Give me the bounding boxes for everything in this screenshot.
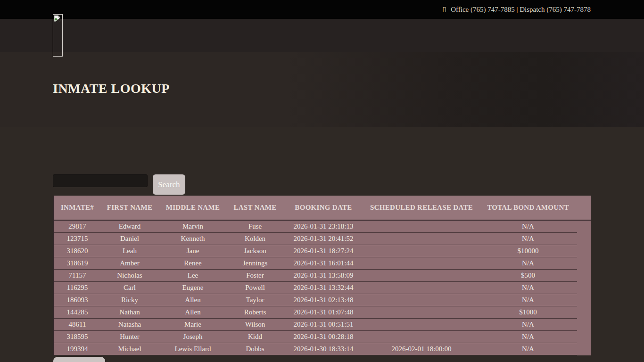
column-header: INMATE#: [54, 196, 101, 220]
table-cell: Taylor: [227, 294, 283, 306]
table-header-row: INMATE#FIRST NAMEMIDDLE NAMELAST NAMEBOO…: [54, 196, 577, 220]
table-cell: Roberts: [227, 306, 283, 319]
table-cell: 199394: [54, 343, 101, 355]
table-cell: 2026-01-31 00:28:18: [283, 331, 364, 343]
table-cell: [364, 257, 479, 270]
table-cell: Hunter: [101, 331, 158, 343]
table-cell: 2026-01-31 00:51:51: [283, 319, 364, 331]
inmate-table-container: INMATE#FIRST NAMEMIDDLE NAMELAST NAMEBOO…: [53, 196, 591, 355]
table-cell: Jennings: [227, 257, 283, 270]
table-cell: Carl: [101, 282, 158, 294]
table-cell: N/A: [479, 257, 577, 270]
search-input[interactable]: [53, 174, 148, 187]
table-cell: Natasha: [101, 319, 158, 331]
site-logo[interactable]: [53, 14, 63, 57]
table-row[interactable]: 318620LeahJaneJackson2026-01-31 18:27:24…: [54, 245, 577, 257]
table-cell: Marvin: [158, 220, 227, 233]
column-header: BOOKING DATE: [283, 196, 364, 220]
table-row[interactable]: 71157NicholasLeeFoster2026-01-31 13:58:0…: [54, 270, 577, 282]
table-cell: Michael: [101, 343, 158, 355]
table-body: 29817EdwardMarvinFuse2026-01-31 23:18:13…: [54, 220, 577, 355]
table-cell: N/A: [479, 233, 577, 245]
table-cell: 2026-01-31 16:01:44: [283, 257, 364, 270]
table-cell: Kenneth: [158, 233, 227, 245]
table-cell: Eugene: [158, 282, 227, 294]
table-cell: Joseph: [158, 331, 227, 343]
table-cell: 2026-01-31 02:13:48: [283, 294, 364, 306]
table-cell: Lee: [158, 270, 227, 282]
table-cell: [364, 220, 479, 233]
table-cell: Daniel: [101, 233, 158, 245]
table-cell: 2026-01-31 01:07:48: [283, 306, 364, 319]
table-cell: Ricky: [101, 294, 158, 306]
inmate-table: INMATE#FIRST NAMEMIDDLE NAMELAST NAMEBOO…: [54, 196, 577, 355]
table-cell: 318620: [54, 245, 101, 257]
table-cell: [364, 282, 479, 294]
table-cell: Amber: [101, 257, 158, 270]
table-cell: Fuse: [227, 220, 283, 233]
table-cell: Powell: [227, 282, 283, 294]
table-cell: Lewis Ellard: [158, 343, 227, 355]
table-cell: 2026-02-01 18:00:00: [364, 343, 479, 355]
table-row[interactable]: 144285NathanAllenRoberts2026-01-31 01:07…: [54, 306, 577, 319]
table-cell: 318595: [54, 331, 101, 343]
table-cell: 318619: [54, 257, 101, 270]
table-cell: $500: [479, 270, 577, 282]
table-cell: Dobbs: [227, 343, 283, 355]
table-cell: Nathan: [101, 306, 158, 319]
table-cell: 48611: [54, 319, 101, 331]
table-cell: 186093: [54, 294, 101, 306]
table-row[interactable]: 116295CarlEugenePowell2026-01-31 13:32:4…: [54, 282, 577, 294]
column-header: SCHEDULED RELEASE DATE: [364, 196, 479, 220]
table-cell: $10000: [479, 245, 577, 257]
table-cell: [364, 270, 479, 282]
table-cell: 144285: [54, 306, 101, 319]
table-cell: N/A: [479, 282, 577, 294]
table-cell: 2026-01-31 18:27:24: [283, 245, 364, 257]
table-cell: Kolden: [227, 233, 283, 245]
pagination-next-button[interactable]: Next: [53, 357, 105, 362]
table-cell: 123715: [54, 233, 101, 245]
table-cell: 2026-01-30 18:33:14: [283, 343, 364, 355]
table-cell: N/A: [479, 294, 577, 306]
table-cell: [364, 294, 479, 306]
table-cell: Jane: [158, 245, 227, 257]
table-cell: [364, 319, 479, 331]
table-cell: [364, 306, 479, 319]
table-row[interactable]: 186093RickyAllenTaylor2026-01-31 02:13:4…: [54, 294, 577, 306]
table-cell: Leah: [101, 245, 158, 257]
table-cell: $1000: [479, 306, 577, 319]
table-cell: [364, 233, 479, 245]
topbar: ▯Office (765) 747-7885 | Dispatch (765) …: [0, 0, 644, 19]
table-row[interactable]: 199394MichaelLewis EllardDobbs2026-01-30…: [54, 343, 577, 355]
table-cell: Nicholas: [101, 270, 158, 282]
table-cell: Wilson: [227, 319, 283, 331]
table-row[interactable]: 318619AmberReneeJennings2026-01-31 16:01…: [54, 257, 577, 270]
table-cell: 71157: [54, 270, 101, 282]
table-cell: Foster: [227, 270, 283, 282]
table-cell: 2026-01-31 13:32:44: [283, 282, 364, 294]
table-cell: 116295: [54, 282, 101, 294]
column-header: TOTAL BOND AMOUNT: [479, 196, 577, 220]
column-header: MIDDLE NAME: [158, 196, 227, 220]
table-row[interactable]: 29817EdwardMarvinFuse2026-01-31 23:18:13…: [54, 220, 577, 233]
table-cell: Edward: [101, 220, 158, 233]
table-cell: Allen: [158, 306, 227, 319]
page-title: INMATE LOOKUP: [53, 81, 170, 96]
search-button[interactable]: Search: [153, 174, 185, 195]
table-cell: N/A: [479, 343, 577, 355]
nav-band: [0, 19, 644, 52]
table-row[interactable]: 318595HunterJosephKidd2026-01-31 00:28:1…: [54, 331, 577, 343]
table-row[interactable]: 48611NatashaMarieWilson2026-01-31 00:51:…: [54, 319, 577, 331]
table-cell: 2026-01-31 20:41:52: [283, 233, 364, 245]
table-cell: N/A: [479, 319, 577, 331]
table-cell: N/A: [479, 331, 577, 343]
table-cell: N/A: [479, 220, 577, 233]
table-row[interactable]: 123715DanielKennethKolden2026-01-31 20:4…: [54, 233, 577, 245]
table-cell: Marie: [158, 319, 227, 331]
table-cell: 29817: [54, 220, 101, 233]
table-cell: 2026-01-31 23:18:13: [283, 220, 364, 233]
topbar-contact-text: Office (765) 747-7885 | Dispatch (765) 7…: [451, 6, 591, 13]
column-header: FIRST NAME: [101, 196, 158, 220]
table-cell: Jackson: [227, 245, 283, 257]
